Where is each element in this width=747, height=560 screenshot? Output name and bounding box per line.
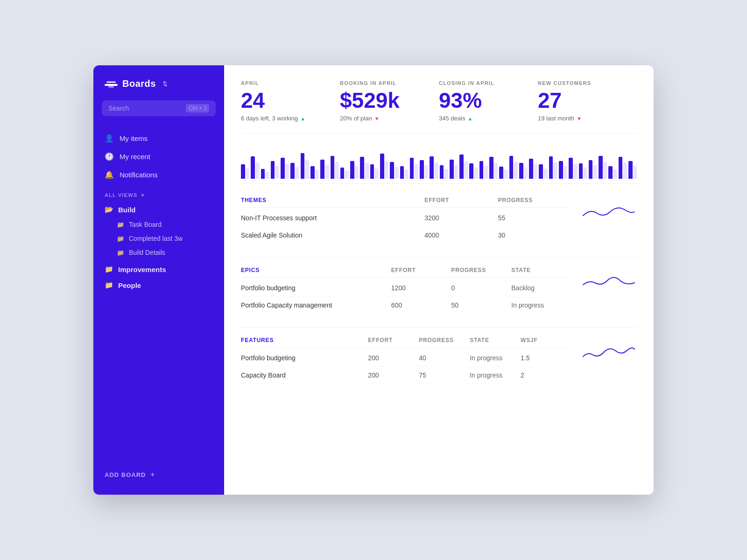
sidebar-item-my-recent[interactable]: 🕐 My recent	[93, 147, 224, 166]
bar-dark-15	[390, 162, 394, 179]
svg-rect-1	[106, 81, 116, 83]
bar-dark-16	[400, 166, 404, 179]
sidebar-item-notifications[interactable]: 🔔 Notifications	[93, 166, 224, 184]
bar-group-27	[509, 156, 518, 179]
epics-progress-0: 0	[451, 284, 512, 292]
sidebar-title: Boards	[122, 78, 156, 89]
bar-group-1	[251, 156, 259, 179]
bell-icon: 🔔	[105, 170, 114, 179]
sidebar-item-my-items[interactable]: 👤 My items	[93, 129, 224, 147]
features-name-1: Capacity Board	[241, 371, 368, 379]
bar-group-33	[569, 158, 577, 179]
bar-light-26	[504, 170, 508, 179]
bar-dark-3	[271, 161, 275, 179]
bar-group-13	[370, 164, 379, 179]
epics-col-progress: Progress	[451, 267, 512, 273]
main-content: APRIL 24 6 days left, 3 working ▲ BOOKIN…	[224, 65, 654, 495]
bar-dark-27	[509, 156, 514, 179]
features-col-state: State	[470, 337, 521, 343]
features-wsjf-0: 1.5	[521, 354, 571, 362]
epics-state-1: In progress	[511, 301, 571, 309]
themes-col-progress: Progress	[498, 197, 571, 203]
stat-label-customers: NEW CUSTOMERS	[538, 80, 627, 86]
features-col-effort: Effort	[368, 337, 419, 343]
features-effort-0: 200	[368, 354, 419, 362]
sub-item-label-task-board: Task Board	[129, 221, 162, 228]
stat-sub-customers: 19 last month ▼	[538, 115, 627, 122]
stat-label-april: APRIL	[241, 80, 331, 86]
bar-light-2	[265, 172, 269, 179]
add-board-label: ADD BOARD	[105, 471, 146, 478]
sub-item-task-board[interactable]: 📁 Task Board	[93, 217, 224, 231]
bar-group-10	[340, 168, 349, 179]
bar-group-21	[450, 160, 458, 179]
features-effort-1: 200	[368, 371, 419, 379]
bar-light-31	[553, 162, 557, 179]
themes-row-1: Scaled Agile Solution 4000 30	[241, 227, 571, 244]
themes-col-name: THEMES	[241, 197, 424, 203]
stat-value-closing: 93%	[439, 90, 529, 111]
bar-group-31	[549, 156, 557, 179]
bar-group-8	[320, 160, 329, 179]
folder-build: 📂 Build 📁 Task Board 📁 Completed last 3w…	[93, 202, 224, 259]
section-divider-2	[241, 327, 637, 328]
bar-dark-4	[281, 158, 285, 179]
bar-group-22	[459, 154, 468, 179]
bar-group-38	[619, 157, 627, 179]
epics-col-effort: Effort	[391, 267, 451, 273]
bar-group-11	[350, 161, 359, 179]
logo-icon	[105, 79, 118, 89]
stat-card-closing: CLOSING IN APRIL 93% 345 deals ▲	[439, 80, 538, 122]
bar-dark-20	[440, 165, 444, 179]
themes-header: THEMES Effort Progress	[241, 197, 571, 208]
bar-dark-38	[619, 157, 623, 179]
bar-chart	[241, 147, 637, 184]
folder-label-people: People	[118, 281, 141, 289]
boards-chevron-icon[interactable]: ⇅	[162, 80, 168, 87]
bar-group-3	[271, 161, 279, 179]
features-col-progress: Progress	[419, 337, 470, 343]
bar-light-36	[603, 162, 607, 179]
bar-dark-12	[360, 157, 364, 179]
svg-rect-0	[105, 84, 118, 86]
folder-item-people[interactable]: 📁 People	[93, 277, 224, 293]
stat-card-booking: BOOKING IN APRIL $529k 20% of plan ▼	[340, 80, 439, 122]
epics-name-0: Portfolio budgeting	[241, 284, 391, 292]
add-icon: ＋	[149, 470, 156, 479]
features-state-0: In progress	[470, 354, 521, 362]
bar-dark-22	[459, 154, 464, 179]
trend-up-icon-closing: ▲	[467, 116, 472, 121]
epics-header: EPICS Effort Progress State	[241, 267, 571, 278]
bar-light-21	[454, 165, 458, 179]
bar-light-10	[345, 171, 349, 179]
user-icon: 👤	[105, 134, 114, 143]
bar-light-38	[623, 163, 627, 179]
stat-card-april: APRIL 24 6 days left, 3 working ▲	[241, 80, 340, 122]
bar-dark-34	[579, 163, 583, 179]
features-header: FEATURES Effort Progress State WSJF	[241, 337, 571, 348]
section-divider-1	[241, 257, 637, 258]
bar-group-19	[430, 156, 438, 179]
folder-label-improvements: Improvements	[118, 266, 166, 273]
sidebar-header: Boards ⇅	[93, 78, 224, 89]
bar-dark-35	[589, 160, 593, 179]
bar-group-7	[310, 166, 319, 179]
folder-item-build[interactable]: 📂 Build	[93, 202, 224, 217]
bar-light-34	[583, 168, 587, 179]
folder-item-improvements[interactable]: 📁 Improvements	[93, 261, 224, 277]
epics-col-name: EPICS	[241, 267, 391, 273]
bar-dark-17	[410, 158, 414, 179]
bar-light-18	[424, 165, 429, 179]
bar-group-4	[281, 158, 289, 179]
all-views-arrow-icon[interactable]: ▼	[141, 193, 146, 198]
sub-item-build-details[interactable]: 📁 Build Details	[93, 245, 224, 259]
sub-item-completed-last-3w[interactable]: 📁 Completed last 3w	[93, 231, 224, 245]
trend-down-icon-customers: ▼	[577, 116, 582, 121]
bar-dark-24	[479, 161, 484, 179]
add-board-button[interactable]: ADD BOARD ＋	[93, 464, 224, 485]
bar-light-17	[414, 164, 418, 179]
bar-light-19	[434, 162, 438, 179]
themes-effort-0: 3200	[424, 214, 498, 222]
search-bar[interactable]: Search Ctrl + J	[102, 100, 216, 116]
bar-light-3	[275, 166, 279, 179]
